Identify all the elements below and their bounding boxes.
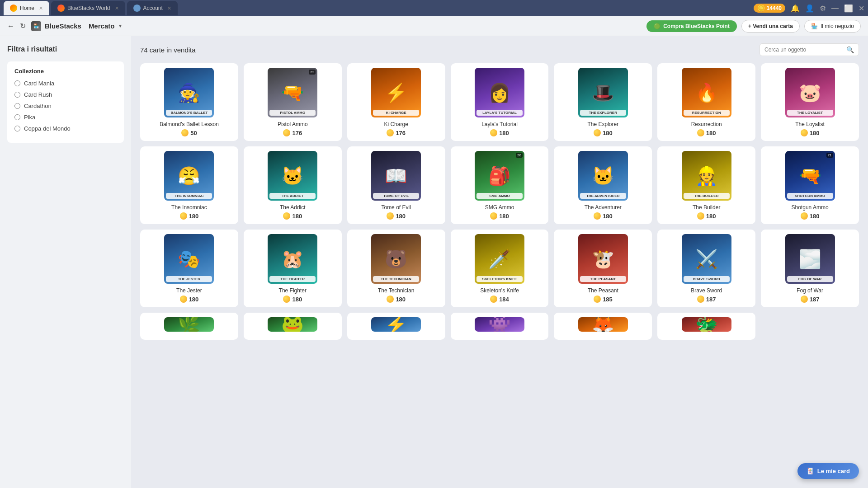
card-item-the-addict[interactable]: 🐱 THE ADDICT The Addict 180: [244, 146, 342, 224]
maximize-icon[interactable]: ⬜: [844, 4, 853, 13]
price-value: 180: [706, 213, 716, 220]
card-label: TOME OF EVIL: [373, 193, 419, 199]
coin-icon: [697, 296, 704, 303]
close-icon[interactable]: ✕: [859, 4, 864, 13]
card-character: ⚡: [385, 84, 407, 102]
coin-icon: [181, 129, 189, 136]
tab-home[interactable]: Home ✕: [4, 1, 49, 15]
profile-icon[interactable]: 👤: [805, 4, 814, 13]
card-image: 🌿: [164, 317, 214, 332]
card-price: 50: [181, 129, 197, 136]
filter-coppa-radio[interactable]: [14, 126, 20, 131]
home-tab-close[interactable]: ✕: [39, 5, 43, 11]
world-tab-close[interactable]: ✕: [115, 5, 119, 11]
card-character: 📖: [385, 167, 407, 185]
search-box[interactable]: 🔍: [760, 43, 859, 56]
back-button[interactable]: ←: [7, 22, 14, 30]
dropdown-arrow-icon[interactable]: ▾: [119, 23, 122, 29]
card-image: 👾: [475, 317, 524, 332]
minimize-icon[interactable]: —: [831, 4, 839, 12]
app-name: BlueStacks: [45, 22, 81, 30]
card-label: LAYLA'S TUTORIAL: [476, 110, 523, 116]
my-shop-button[interactable]: 🏪 Il mio negozio: [804, 20, 861, 33]
settings-icon[interactable]: ⚙: [820, 4, 826, 13]
card-item-fog-of-war[interactable]: 🌫️ FOG OF WAR Fog of War 187: [761, 230, 859, 307]
card-item-the-insomniac[interactable]: 😤 THE INSOMNIAC The Insomniac 180: [140, 146, 238, 224]
card-item-partial-3[interactable]: ⚡: [347, 313, 445, 340]
filter-cardathon[interactable]: Cardathon: [14, 103, 117, 109]
filter-card-rush-radio[interactable]: [14, 92, 20, 98]
card-item-tome-of-evil[interactable]: 📖 TOME OF EVIL Tome of Evil 180: [347, 146, 445, 224]
card-item-smg-ammo[interactable]: 🎒 20 SMG AMMO SMG Ammo 180: [451, 146, 549, 224]
card-name: The Insomniac: [171, 204, 207, 211]
card-image: 👷 THE BUILDER: [682, 151, 731, 201]
card-item-the-jester[interactable]: 🎭 THE JESTER The Jester 180: [140, 230, 238, 307]
sell-card-button[interactable]: + Vendi una carta: [741, 20, 800, 33]
filter-cardathon-radio[interactable]: [14, 103, 20, 109]
my-cards-button[interactable]: 🃏 Le mie card: [797, 463, 859, 479]
buy-points-button[interactable]: 🟢 Compra BlueStacks Point: [646, 20, 737, 32]
filter-pika[interactable]: Pika: [14, 114, 117, 121]
account-tab-close[interactable]: ✕: [167, 5, 171, 11]
card-image: 🐱 THE ADDICT: [268, 151, 317, 201]
card-item-pistol-ammo[interactable]: 🔫 22 PISTOL AMMO Pistol Ammo 176: [244, 63, 342, 141]
card-item-the-adventurer[interactable]: 🐱 THE ADVENTURER The Adventurer 180: [554, 146, 652, 224]
tab-account[interactable]: Account ✕: [127, 1, 178, 15]
price-value: 180: [706, 130, 716, 136]
filter-pika-label: Pika: [24, 114, 35, 121]
coin-icon: 🪙: [757, 5, 765, 12]
card-item-partial-1[interactable]: 🌿: [140, 313, 238, 340]
card-character: 👩: [488, 84, 511, 102]
coin-icon: [283, 129, 290, 136]
card-item-ki-charge[interactable]: ⚡ KI CHARGE Ki Charge 176: [347, 63, 445, 141]
card-label: THE ADVENTURER: [580, 193, 626, 199]
card-item-brave-sword[interactable]: ⚔️ BRAVE SWORD Brave Sword 187: [657, 230, 755, 307]
card-image: 🧙 BALMOND'S BALLET: [164, 68, 214, 117]
card-image: 🎩 THE EXPLORER: [578, 68, 628, 117]
card-character: 🗡️: [488, 250, 511, 268]
card-item-the-peasant[interactable]: 🐮 THE PEASANT The Peasant 185: [554, 230, 652, 307]
card-item-partial-2[interactable]: 🐸: [244, 313, 342, 340]
price-value: 176: [292, 130, 302, 136]
card-character: 🐻: [385, 250, 407, 268]
card-item-laylas-tutorial[interactable]: 👩 LAYLA'S TUTORIAL Layla's Tutorial 180: [451, 63, 549, 141]
filter-card-rush[interactable]: Card Rush: [14, 91, 117, 98]
card-item-partial-5[interactable]: 🦊: [554, 313, 652, 340]
card-image: 😤 THE INSOMNIAC: [164, 151, 214, 201]
filter-card-mania-radio[interactable]: [14, 80, 20, 86]
filter-card-mania-label: Card Mania: [24, 80, 54, 87]
search-icon: 🔍: [846, 46, 854, 53]
card-item-balmonds-ballet-lesson[interactable]: 🧙 BALMOND'S BALLET Balmond's Ballet Less…: [140, 63, 238, 141]
card-item-skeletons-knife[interactable]: 🗡️ SKELETON'S KNIFE Skeleton's Knife 184: [451, 230, 549, 307]
card-item-the-loyalist[interactable]: 🐷 THE LOYALIST The Loyalist 180: [761, 63, 859, 141]
card-name: SMG Ammo: [485, 204, 514, 211]
tab-bluestacks-world[interactable]: BlueStacks World ✕: [51, 1, 125, 15]
filter-coppa[interactable]: Coppa del Mondo: [14, 125, 117, 132]
coin-icon: [387, 296, 394, 303]
card-image: 🐻 THE TECHNICIAN: [371, 234, 421, 284]
filter-cardathon-label: Cardathon: [24, 103, 52, 109]
card-character: 🐷: [799, 84, 821, 102]
coin-icon: [180, 212, 187, 220]
card-price: 187: [697, 296, 716, 303]
address-bar-actions: 🟢 Compra BlueStacks Point + Vendi una ca…: [646, 20, 861, 33]
card-item-the-fighter[interactable]: 🐹 THE FIGHTER The Fighter 180: [244, 230, 342, 307]
search-input[interactable]: [764, 47, 844, 53]
filter-card-rush-label: Card Rush: [24, 91, 52, 98]
card-label: THE BUILDER: [684, 193, 730, 199]
collection-filter-title: Collezione: [14, 68, 117, 75]
card-item-partial-6[interactable]: 🐲: [657, 313, 755, 340]
card-price: 187: [801, 296, 820, 303]
card-item-the-builder[interactable]: 👷 THE BUILDER The Builder 180: [657, 146, 755, 224]
card-item-the-explorer[interactable]: 🎩 THE EXPLORER The Explorer 180: [554, 63, 652, 141]
filter-pika-radio[interactable]: [14, 114, 20, 120]
refresh-button[interactable]: ↻: [20, 22, 26, 30]
notification-icon[interactable]: 🔔: [791, 4, 800, 13]
card-character: 🔫: [281, 84, 304, 102]
card-item-partial-4[interactable]: 👾: [451, 313, 549, 340]
price-value: 187: [706, 296, 716, 303]
filter-card-mania[interactable]: Card Mania: [14, 80, 117, 87]
card-item-the-technician[interactable]: 🐻 THE TECHNICIAN The Technician 180: [347, 230, 445, 307]
card-item-shotgun-ammo[interactable]: 🔫 21 SHOTGUN AMMO Shotgun Ammo 180: [761, 146, 859, 224]
card-item-resurrection[interactable]: 🔥 RESURRECTION Resurrection 180: [657, 63, 755, 141]
